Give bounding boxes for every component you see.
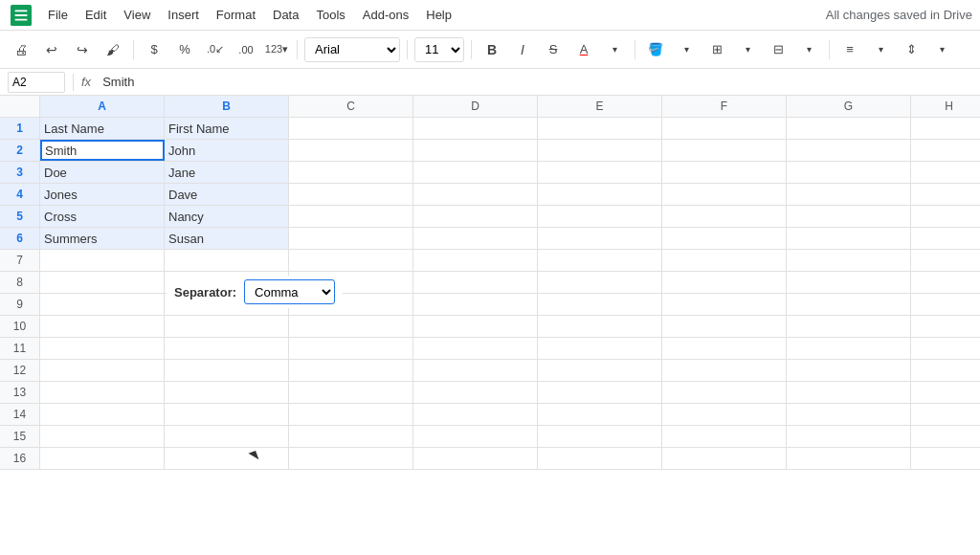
cell-d15[interactable] bbox=[413, 426, 538, 447]
cell-f2[interactable] bbox=[662, 140, 787, 161]
currency-button[interactable]: $ bbox=[141, 36, 167, 63]
cell-b1[interactable]: First Name bbox=[165, 118, 289, 139]
bold-button[interactable]: B bbox=[479, 36, 505, 63]
cell-e8[interactable] bbox=[538, 272, 662, 293]
cell-c3[interactable] bbox=[289, 162, 413, 183]
cell-e6[interactable] bbox=[538, 228, 662, 249]
row-num-3[interactable]: 3 bbox=[0, 162, 40, 183]
cell-g13[interactable] bbox=[787, 382, 911, 403]
menu-tools[interactable]: Tools bbox=[308, 4, 352, 26]
cell-c14[interactable] bbox=[289, 404, 413, 425]
col-header-a[interactable]: A bbox=[40, 96, 165, 117]
cell-f12[interactable] bbox=[662, 360, 787, 381]
cell-g1[interactable] bbox=[787, 118, 911, 139]
cell-h10[interactable] bbox=[911, 316, 980, 337]
cell-e14[interactable] bbox=[538, 404, 662, 425]
cell-b10[interactable] bbox=[165, 316, 289, 337]
cell-e11[interactable] bbox=[538, 338, 662, 359]
cell-reference-box[interactable]: A2 bbox=[8, 72, 65, 93]
col-header-f[interactable]: F bbox=[662, 96, 787, 117]
cell-e13[interactable] bbox=[538, 382, 662, 403]
cell-h3[interactable] bbox=[911, 162, 980, 183]
cell-d6[interactable] bbox=[413, 228, 538, 249]
cell-f1[interactable] bbox=[662, 118, 787, 139]
cell-c16[interactable] bbox=[289, 448, 413, 469]
cell-a3[interactable]: Doe bbox=[40, 162, 165, 183]
cell-e1[interactable] bbox=[538, 118, 662, 139]
italic-button[interactable]: I bbox=[509, 36, 536, 63]
cell-h15[interactable] bbox=[911, 426, 980, 447]
cell-a15[interactable] bbox=[40, 426, 165, 447]
cell-h14[interactable] bbox=[911, 404, 980, 425]
row-num-4[interactable]: 4 bbox=[0, 184, 40, 205]
cell-a14[interactable] bbox=[40, 404, 165, 425]
cell-b13[interactable] bbox=[165, 382, 289, 403]
cell-e7[interactable] bbox=[538, 250, 662, 271]
cell-c6[interactable] bbox=[289, 228, 413, 249]
cell-c10[interactable] bbox=[289, 316, 413, 337]
fill-color-arrow[interactable]: ▾ bbox=[673, 36, 700, 63]
cell-g14[interactable] bbox=[787, 404, 911, 425]
cell-f7[interactable] bbox=[662, 250, 787, 271]
cell-b16[interactable] bbox=[165, 448, 289, 469]
cell-a13[interactable] bbox=[40, 382, 165, 403]
row-num-15[interactable]: 15 bbox=[0, 426, 40, 447]
cell-b11[interactable] bbox=[165, 338, 289, 359]
font-color-button[interactable]: A bbox=[570, 36, 597, 63]
cell-f16[interactable] bbox=[662, 448, 787, 469]
merge-button[interactable]: ⊟ bbox=[765, 36, 791, 63]
cell-b6[interactable]: Susan bbox=[165, 228, 289, 249]
col-header-b[interactable]: B bbox=[165, 96, 289, 117]
cell-h8[interactable] bbox=[911, 272, 980, 293]
cell-c11[interactable] bbox=[289, 338, 413, 359]
cell-f6[interactable] bbox=[662, 228, 787, 249]
cell-b7[interactable] bbox=[165, 250, 289, 271]
cell-b14[interactable] bbox=[165, 404, 289, 425]
cell-a7[interactable] bbox=[40, 250, 165, 271]
cell-g15[interactable] bbox=[787, 426, 911, 447]
cell-b5[interactable]: Nancy bbox=[165, 206, 289, 227]
cell-a16[interactable] bbox=[40, 448, 165, 469]
cell-d5[interactable] bbox=[413, 206, 538, 227]
col-header-g[interactable]: G bbox=[787, 96, 911, 117]
cell-f11[interactable] bbox=[662, 338, 787, 359]
row-num-9[interactable]: 9 bbox=[0, 294, 40, 315]
cell-d16[interactable] bbox=[413, 448, 538, 469]
menu-insert[interactable]: Insert bbox=[160, 4, 207, 26]
percent-button[interactable]: % bbox=[171, 36, 198, 63]
decimal-decrease-button[interactable]: .0↙ bbox=[202, 36, 229, 63]
cell-d10[interactable] bbox=[413, 316, 538, 337]
cell-e10[interactable] bbox=[538, 316, 662, 337]
menu-format[interactable]: Format bbox=[209, 4, 263, 26]
row-num-2[interactable]: 2 bbox=[0, 140, 40, 161]
cell-b3[interactable]: Jane bbox=[165, 162, 289, 183]
cell-h13[interactable] bbox=[911, 382, 980, 403]
font-size-select[interactable]: 11 bbox=[414, 37, 464, 62]
cell-a2[interactable]: Smith bbox=[40, 140, 165, 161]
cell-d4[interactable] bbox=[413, 184, 538, 205]
cell-c4[interactable] bbox=[289, 184, 413, 205]
row-num-7[interactable]: 7 bbox=[0, 250, 40, 271]
align-button[interactable]: ≡ bbox=[836, 36, 863, 63]
cell-c7[interactable] bbox=[289, 250, 413, 271]
cell-e16[interactable] bbox=[538, 448, 662, 469]
row-num-5[interactable]: 5 bbox=[0, 206, 40, 227]
cell-g4[interactable] bbox=[787, 184, 911, 205]
cell-h16[interactable] bbox=[911, 448, 980, 469]
cell-f5[interactable] bbox=[662, 206, 787, 227]
cell-g10[interactable] bbox=[787, 316, 911, 337]
menu-view[interactable]: View bbox=[116, 4, 158, 26]
cell-h7[interactable] bbox=[911, 250, 980, 271]
separator-select[interactable]: Comma Tab Space Semicolon Custom bbox=[244, 279, 335, 304]
col-header-d[interactable]: D bbox=[413, 96, 538, 117]
cell-f9[interactable] bbox=[662, 294, 787, 315]
cell-a9[interactable] bbox=[40, 294, 165, 315]
undo-button[interactable]: ↩ bbox=[38, 36, 65, 63]
row-num-10[interactable]: 10 bbox=[0, 316, 40, 337]
cell-h4[interactable] bbox=[911, 184, 980, 205]
cell-f3[interactable] bbox=[662, 162, 787, 183]
cell-g6[interactable] bbox=[787, 228, 911, 249]
cell-h6[interactable] bbox=[911, 228, 980, 249]
redo-button[interactable]: ↪ bbox=[69, 36, 96, 63]
strikethrough-button[interactable]: S bbox=[540, 36, 567, 63]
